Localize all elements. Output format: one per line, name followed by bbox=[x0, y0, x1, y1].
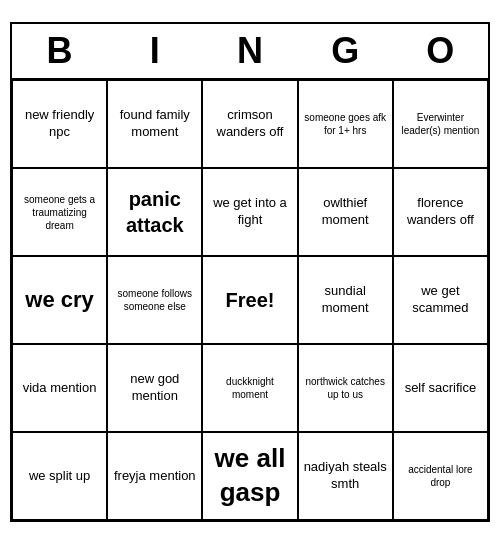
bingo-cell-13: sundial moment bbox=[298, 256, 393, 344]
bingo-cell-14: we get scammed bbox=[393, 256, 488, 344]
bingo-cell-9: florence wanders off bbox=[393, 168, 488, 256]
bingo-cell-21: freyja mention bbox=[107, 432, 202, 520]
bingo-grid: new friendly npcfound family momentcrims… bbox=[12, 80, 488, 520]
bingo-letter-g: G bbox=[298, 30, 393, 72]
bingo-card: BINGO new friendly npcfound family momen… bbox=[10, 22, 490, 522]
bingo-cell-16: new god mention bbox=[107, 344, 202, 432]
bingo-letter-o: O bbox=[393, 30, 488, 72]
bingo-cell-6: panic attack bbox=[107, 168, 202, 256]
bingo-cell-23: nadiyah steals smth bbox=[298, 432, 393, 520]
bingo-cell-7: we get into a fight bbox=[202, 168, 297, 256]
bingo-cell-0: new friendly npc bbox=[12, 80, 107, 168]
bingo-cell-22: we all gasp bbox=[202, 432, 297, 520]
bingo-cell-24: accidental lore drop bbox=[393, 432, 488, 520]
bingo-cell-10: we cry bbox=[12, 256, 107, 344]
bingo-cell-8: owlthief moment bbox=[298, 168, 393, 256]
bingo-cell-5: someone gets a traumatizing dream bbox=[12, 168, 107, 256]
bingo-cell-11: someone follows someone else bbox=[107, 256, 202, 344]
bingo-cell-12: Free! bbox=[202, 256, 297, 344]
bingo-cell-19: self sacrifice bbox=[393, 344, 488, 432]
bingo-letter-n: N bbox=[202, 30, 297, 72]
bingo-letter-b: B bbox=[12, 30, 107, 72]
bingo-header: BINGO bbox=[12, 24, 488, 80]
bingo-cell-2: crimson wanders off bbox=[202, 80, 297, 168]
bingo-cell-1: found family moment bbox=[107, 80, 202, 168]
bingo-cell-18: northwick catches up to us bbox=[298, 344, 393, 432]
bingo-cell-20: we split up bbox=[12, 432, 107, 520]
bingo-letter-i: I bbox=[107, 30, 202, 72]
bingo-cell-4: Everwinter leader(s) mention bbox=[393, 80, 488, 168]
bingo-cell-3: someone goes afk for 1+ hrs bbox=[298, 80, 393, 168]
bingo-cell-15: vida mention bbox=[12, 344, 107, 432]
bingo-cell-17: duckknight moment bbox=[202, 344, 297, 432]
